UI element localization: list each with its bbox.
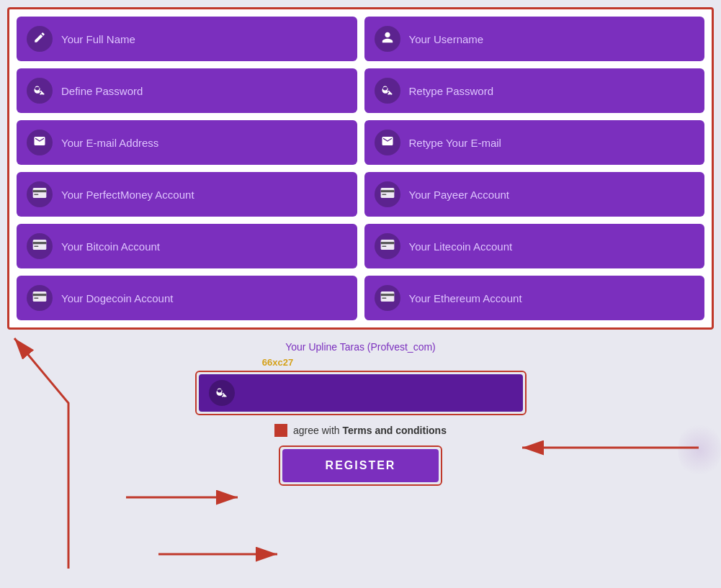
captcha-label: 66xc27 xyxy=(262,357,293,368)
perfectmoney-field[interactable]: Your PerfectMoney Account xyxy=(17,172,357,217)
register-section: REGISTER xyxy=(7,445,714,486)
person-icon xyxy=(381,31,394,47)
svg-rect-10 xyxy=(380,242,394,244)
svg-rect-6 xyxy=(33,240,47,250)
full-name-field[interactable]: Your Full Name xyxy=(17,17,357,61)
ethereum-field[interactable]: Your Ethereum Account xyxy=(364,276,705,320)
username-field[interactable]: Your Username xyxy=(364,17,705,61)
captcha-input-field[interactable] xyxy=(199,374,523,412)
svg-rect-3 xyxy=(380,188,394,198)
card-icon-2 xyxy=(380,188,395,201)
key-icon-1 xyxy=(33,83,46,99)
card-icon-4 xyxy=(380,240,395,253)
retype-password-field[interactable]: Retype Password xyxy=(364,68,705,113)
svg-rect-14 xyxy=(34,298,38,299)
svg-rect-1 xyxy=(33,190,47,192)
captcha-key-icon-wrapper xyxy=(209,380,235,406)
edit-icon-wrapper xyxy=(27,26,53,52)
perfectmoney-placeholder: Your PerfectMoney Account xyxy=(61,189,194,201)
litecoin-field[interactable]: Your Litecoin Account xyxy=(364,224,705,268)
envelope-icon-wrapper-1 xyxy=(27,130,53,155)
svg-rect-17 xyxy=(382,298,386,299)
svg-rect-7 xyxy=(33,242,47,244)
payeer-placeholder: Your Payeer Account xyxy=(409,189,510,201)
envelope-icon-wrapper-2 xyxy=(375,130,400,155)
decorative-circle xyxy=(678,421,721,479)
svg-rect-4 xyxy=(380,190,394,192)
card-icon-wrapper-1 xyxy=(27,181,53,207)
svg-rect-2 xyxy=(34,194,38,196)
dogecoin-placeholder: Your Dogecoin Account xyxy=(61,292,173,304)
envelope-icon-1 xyxy=(33,135,46,150)
svg-rect-15 xyxy=(380,291,394,302)
card-icon-1 xyxy=(32,188,47,201)
define-password-field[interactable]: Define Password xyxy=(17,68,357,113)
captcha-input-wrapper xyxy=(195,371,527,415)
upline-text: Your Upline Taras (Profvest_com) xyxy=(7,341,714,353)
card-icon-3 xyxy=(32,240,47,253)
person-icon-wrapper xyxy=(375,26,400,52)
card-icon-wrapper-2 xyxy=(375,181,400,207)
terms-link[interactable]: Terms and conditions xyxy=(343,425,447,436)
svg-rect-13 xyxy=(33,294,47,296)
terms-row: agree with Terms and conditions xyxy=(7,424,714,437)
envelope-icon-2 xyxy=(381,135,394,150)
svg-rect-9 xyxy=(380,240,394,250)
svg-rect-11 xyxy=(382,246,386,248)
retype-password-placeholder: Retype Password xyxy=(409,85,494,97)
svg-rect-16 xyxy=(380,294,394,296)
full-name-placeholder: Your Full Name xyxy=(61,33,135,45)
register-btn-wrapper: REGISTER xyxy=(279,445,443,486)
form-grid: Your Full Name Your Username xyxy=(17,17,704,320)
svg-rect-8 xyxy=(34,246,38,248)
ethereum-placeholder: Your Ethereum Account xyxy=(409,292,522,304)
register-button[interactable]: REGISTER xyxy=(282,449,439,482)
username-placeholder: Your Username xyxy=(409,33,484,45)
main-container: Your Full Name Your Username xyxy=(0,0,721,500)
captcha-section: 66xc27 xyxy=(7,357,714,415)
svg-rect-5 xyxy=(382,194,386,196)
form-grid-wrapper: Your Full Name Your Username xyxy=(7,7,714,330)
key-icon-wrapper-1 xyxy=(27,78,53,104)
email-field[interactable]: Your E-mail Address xyxy=(17,120,357,165)
dogecoin-field[interactable]: Your Dogecoin Account xyxy=(17,276,357,320)
retype-email-field[interactable]: Retype Your E-mail xyxy=(364,120,705,165)
card-icon-wrapper-4 xyxy=(375,233,400,259)
terms-checkbox[interactable] xyxy=(274,424,287,437)
terms-text: agree with Terms and conditions xyxy=(293,425,447,436)
litecoin-placeholder: Your Litecoin Account xyxy=(409,240,513,253)
edit-icon xyxy=(33,31,46,47)
card-icon-5 xyxy=(32,291,47,304)
card-icon-6 xyxy=(380,291,395,304)
card-icon-wrapper-6 xyxy=(375,285,400,311)
define-password-placeholder: Define Password xyxy=(61,85,143,97)
svg-rect-0 xyxy=(33,188,47,198)
card-icon-wrapper-3 xyxy=(27,233,53,259)
bitcoin-field[interactable]: Your Bitcoin Account xyxy=(17,224,357,268)
email-placeholder: Your E-mail Address xyxy=(61,137,158,149)
key-icon-wrapper-2 xyxy=(375,78,400,104)
svg-rect-12 xyxy=(33,291,47,302)
bitcoin-placeholder: Your Bitcoin Account xyxy=(61,240,160,253)
captcha-key-icon xyxy=(215,385,228,401)
retype-email-placeholder: Retype Your E-mail xyxy=(409,137,501,149)
payeer-field[interactable]: Your Payeer Account xyxy=(364,172,705,217)
key-icon-2 xyxy=(381,83,394,99)
card-icon-wrapper-5 xyxy=(27,285,53,311)
